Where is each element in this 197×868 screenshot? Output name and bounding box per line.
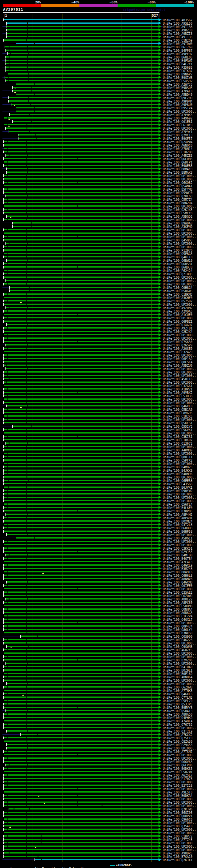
hit-bar[interactable]	[21, 636, 159, 637]
hit-bar[interactable]	[6, 259, 159, 261]
alignment-row: UniRef100_Q86LY4	[0, 628, 197, 631]
hit-bar[interactable]	[12, 121, 159, 122]
hit-bar[interactable]	[5, 554, 159, 555]
hit-bar[interactable]	[6, 744, 159, 745]
hit-bar[interactable]	[5, 56, 159, 58]
hit-bar[interactable]	[9, 131, 159, 132]
hit-bar[interactable]	[5, 50, 159, 51]
hit-bar[interactable]	[5, 243, 159, 244]
hit-bar[interactable]	[16, 94, 159, 95]
hit-bar[interactable]	[6, 23, 159, 24]
hit-bar[interactable]	[8, 97, 159, 98]
hit-bar[interactable]	[6, 747, 159, 748]
hit-start-tick	[16, 42, 16, 45]
hit-bar[interactable]	[6, 26, 159, 27]
hit-arrowhead-icon	[159, 553, 161, 556]
hit-bar[interactable]	[20, 734, 159, 735]
hit-segment-break	[27, 161, 27, 162]
hit-segment-break	[27, 56, 28, 58]
hit-bar[interactable]	[5, 598, 159, 599]
hit-arrowhead-icon	[159, 770, 161, 773]
alignment-row: UniRef100_UPI000..	[0, 801, 197, 804]
hit-bar[interactable]	[12, 222, 159, 223]
hit-bar[interactable]	[6, 168, 159, 169]
hit-segment-break	[26, 703, 27, 705]
hit-bar[interactable]	[6, 29, 159, 30]
hit-bar[interactable]	[18, 137, 159, 139]
hit-segment-break	[31, 121, 32, 122]
hit-segment-break	[77, 707, 78, 708]
hit-bar[interactable]	[6, 646, 159, 647]
hit-bar[interactable]	[12, 87, 159, 88]
hit-bar[interactable]	[6, 731, 159, 732]
hit-start-tick	[3, 499, 4, 502]
hit-segment-break	[26, 277, 27, 278]
hit-segment-break	[27, 398, 27, 400]
hit-bar[interactable]	[5, 307, 159, 308]
hit-bar[interactable]	[6, 172, 159, 173]
hit-bar[interactable]	[8, 100, 159, 102]
hit-bar[interactable]	[5, 155, 159, 156]
hit-bar[interactable]	[9, 808, 159, 809]
hit-bar[interactable]	[5, 127, 159, 129]
hit-bar[interactable]	[8, 73, 159, 74]
hit-bar[interactable]	[6, 581, 159, 583]
hit-bar[interactable]	[6, 534, 159, 535]
hit-segment-break	[9, 598, 9, 599]
hit-bar[interactable]	[6, 683, 159, 684]
hit-bar[interactable]	[6, 324, 159, 325]
alignment-row: UniRef100_Q2KJW6	[0, 807, 197, 811]
hit-bar[interactable]	[6, 36, 159, 37]
hit-bar[interactable]	[3, 480, 159, 481]
hit-bar[interactable]	[5, 70, 159, 71]
hit-bar[interactable]	[5, 344, 159, 345]
hit-bar[interactable]	[16, 111, 159, 112]
hit-bar[interactable]	[12, 426, 159, 427]
alignment-row: UniRef100_C7YLN3	[0, 695, 197, 699]
hit-bar[interactable]	[6, 33, 159, 34]
hit-bar[interactable]	[5, 764, 159, 766]
hit-bar[interactable]	[12, 90, 159, 91]
hit-bar[interactable]	[5, 442, 159, 444]
hit-bar[interactable]	[35, 859, 159, 860]
hit-bar[interactable]	[16, 43, 159, 44]
hit-arrowhead-icon	[159, 137, 161, 140]
hit-segment-break	[27, 720, 27, 721]
hit-bar[interactable]	[6, 405, 159, 406]
hit-bar[interactable]	[9, 290, 159, 291]
hit-arrowhead-icon	[159, 838, 161, 841]
hit-bar[interactable]	[5, 368, 159, 369]
hit-bar[interactable]	[6, 216, 159, 217]
hit-bar[interactable]	[5, 280, 159, 281]
hit-bar[interactable]	[16, 107, 159, 108]
hit-bar[interactable]	[8, 53, 159, 54]
hit-segment-break	[9, 155, 9, 156]
hit-start-tick	[6, 645, 7, 648]
hit-bar[interactable]	[18, 134, 159, 135]
hit-bar[interactable]	[3, 19, 159, 20]
hit-label-link[interactable]: UniRef100_Q2KJX1	[163, 859, 192, 862]
hit-segment-break	[26, 612, 27, 613]
hit-bar[interactable]	[9, 287, 159, 288]
hit-bar[interactable]	[5, 66, 159, 68]
alignment-row: UniRef100_A7TZ45	[0, 838, 197, 841]
hit-bar[interactable]	[12, 226, 159, 227]
hit-arrowhead-icon	[159, 221, 161, 224]
hit-bar[interactable]	[9, 114, 159, 115]
hit-bar[interactable]	[5, 195, 159, 196]
hit-bar[interactable]	[16, 537, 159, 538]
hit-segment-break	[26, 696, 27, 698]
hit-bar[interactable]	[4, 487, 159, 488]
hit-bar[interactable]	[5, 60, 159, 61]
hit-bar[interactable]	[5, 63, 159, 64]
hit-start-tick	[4, 232, 4, 235]
alignment-row: UniRef100_UPI000..	[0, 841, 197, 845]
hit-bar[interactable]	[11, 104, 159, 105]
hit-bar[interactable]	[5, 710, 159, 711]
hit-bar[interactable]	[4, 117, 159, 119]
hit-arrowhead-icon	[159, 811, 161, 814]
hit-bar[interactable]	[16, 84, 159, 85]
hit-bar[interactable]	[5, 662, 159, 664]
hit-bar[interactable]	[5, 514, 159, 515]
hit-arrowhead-icon	[159, 333, 161, 336]
